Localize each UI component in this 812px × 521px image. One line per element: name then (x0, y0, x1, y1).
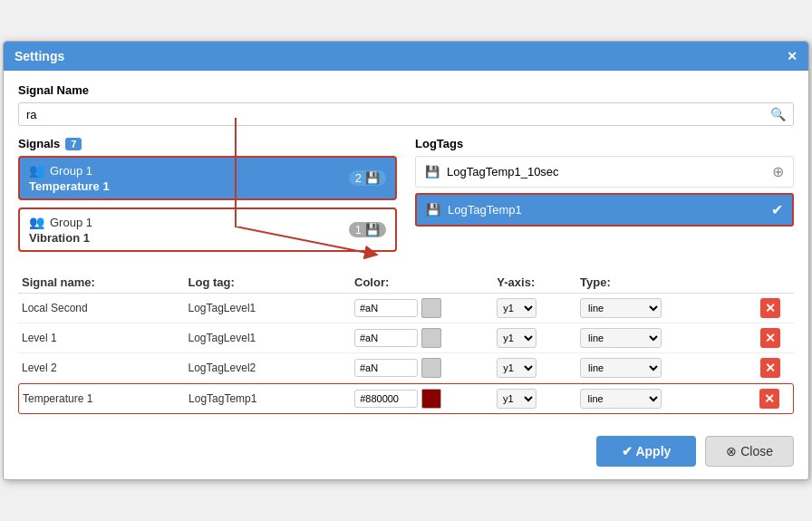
close-icon[interactable]: ✕ (787, 49, 798, 63)
td-type-2: linebarscatter (580, 358, 747, 378)
table-section: Signal name: Log tag: Color: Y-axis: Typ… (18, 272, 794, 414)
table-row-highlighted: Temperature 1 LogTagTemp1 y1y2 linebarsc… (18, 383, 794, 414)
server-icon-2: 💾 (365, 223, 380, 236)
search-row: 🔍 (18, 102, 794, 126)
add-circle-icon: ⊕ (772, 163, 784, 180)
color-swatch-2[interactable] (421, 358, 441, 378)
th-signal: Signal name: (18, 275, 188, 289)
type-select-3[interactable]: linebarscatter (580, 389, 662, 409)
signals-count: 7 (65, 138, 82, 150)
signal-item-left: 👥 Group 1 Temperature 1 (29, 163, 110, 193)
dialog-body: Signal Name 🔍 Signals7 👥 Group 1 (4, 71, 808, 427)
td-color-0 (354, 298, 497, 318)
group-icon-2: 👥 (29, 215, 44, 229)
signal-badge-vibration: 1 💾 (349, 222, 386, 237)
td-color-2 (354, 358, 497, 378)
close-button[interactable]: ⊗ Close (705, 436, 794, 467)
yaxis-select-3[interactable]: y1y2 (497, 389, 536, 409)
td-signal-0: Local Second (18, 302, 188, 314)
td-type-0: linebarscatter (580, 298, 747, 318)
signal-group-1: Group 1 (50, 164, 92, 178)
color-input-3[interactable] (354, 390, 418, 408)
color-swatch-1[interactable] (421, 328, 441, 348)
td-logtag-0: LogTagLevel1 (188, 302, 355, 314)
td-action-2: ✕ (747, 358, 794, 378)
td-yaxis-2: y1y2 (497, 358, 580, 378)
table-row: Level 1 LogTagLevel1 y1y2 linebarscatter (18, 323, 794, 353)
th-action (747, 275, 794, 289)
logtag-name-10sec: LogTagTemp1_10sec (447, 165, 559, 178)
table-header: Signal name: Log tag: Color: Y-axis: Typ… (18, 272, 794, 294)
td-type-1: linebarscatter (580, 328, 747, 348)
td-action-3: ✕ (746, 389, 793, 409)
th-color: Color: (354, 275, 497, 289)
color-swatch-3[interactable] (421, 389, 441, 409)
logtags-label: LogTags (415, 137, 794, 150)
signal-name-temperature: Temperature 1 (29, 179, 110, 193)
search-input[interactable] (26, 108, 770, 121)
dialog-footer: ✔ Apply ⊗ Close (4, 427, 808, 479)
signal-group-2: Group 1 (50, 216, 92, 229)
color-input-0[interactable] (354, 299, 418, 317)
logtag-name-temp1: LogTagTemp1 (448, 203, 522, 217)
signal-item-vibration[interactable]: 👥 Group 1 Vibration 1 1 💾 (18, 207, 397, 252)
td-logtag-3: LogTagTemp1 (188, 392, 354, 405)
type-select-2[interactable]: linebarscatter (580, 358, 662, 378)
settings-dialog: Settings ✕ Signal Name 🔍 Signals7 👥 Grou… (3, 41, 809, 480)
th-logtag: Log tag: (188, 275, 355, 289)
database-icon: 💾 (425, 165, 440, 178)
yaxis-select-2[interactable]: y1y2 (497, 358, 536, 378)
signal-badge-temperature: 2 💾 (349, 170, 386, 186)
signal-name-label: Signal Name (18, 83, 794, 97)
td-yaxis-3: y1y2 (497, 389, 580, 409)
database-icon-2: 💾 (426, 203, 440, 217)
logtag-item-10sec[interactable]: 💾 LogTagTemp1_10sec ⊕ (415, 156, 794, 188)
logtag-item-temp1[interactable]: 💾 LogTagTemp1 ✔ (415, 193, 794, 227)
yaxis-select-1[interactable]: y1y2 (497, 328, 536, 348)
signals-column: Signals7 👥 Group 1 Temperature 1 2 💾 (18, 137, 397, 259)
table-row: Local Second LogTagLevel1 y1y2 linebarsc… (18, 294, 794, 323)
server-icon: 💾 (365, 171, 380, 185)
table-row: Level 2 LogTagLevel2 y1y2 linebarscatter (18, 353, 794, 383)
td-signal-3: Temperature 1 (19, 392, 188, 405)
dialog-header: Settings ✕ (4, 42, 808, 71)
td-type-3: linebarscatter (580, 389, 746, 409)
td-yaxis-1: y1y2 (497, 328, 580, 348)
group-icon: 👥 (29, 163, 44, 178)
signal-item-temperature[interactable]: 👥 Group 1 Temperature 1 2 💾 (18, 156, 397, 200)
remove-button-3[interactable]: ✕ (759, 389, 779, 409)
color-swatch-0[interactable] (421, 298, 441, 318)
check-circle-icon: ✔ (771, 201, 783, 218)
signal-item-left-vibration: 👥 Group 1 Vibration 1 (29, 215, 92, 245)
yaxis-select-0[interactable]: y1y2 (497, 298, 536, 318)
remove-button-1[interactable]: ✕ (760, 328, 780, 348)
apply-button[interactable]: ✔ Apply (596, 436, 696, 467)
two-col-layout: Signals7 👥 Group 1 Temperature 1 2 💾 (18, 137, 794, 259)
td-color-3 (354, 389, 497, 409)
remove-button-2[interactable]: ✕ (760, 358, 780, 378)
td-logtag-1: LogTagLevel1 (188, 332, 355, 344)
td-signal-2: Level 2 (18, 362, 188, 374)
dialog-title: Settings (14, 49, 64, 63)
td-action-0: ✕ (747, 298, 794, 318)
color-input-1[interactable] (354, 329, 418, 347)
td-color-1 (354, 328, 497, 348)
td-logtag-2: LogTagLevel2 (188, 362, 355, 374)
td-yaxis-0: y1y2 (497, 298, 580, 318)
td-action-1: ✕ (747, 328, 794, 348)
search-icon: 🔍 (770, 107, 786, 121)
color-input-2[interactable] (354, 359, 418, 377)
type-select-1[interactable]: linebarscatter (580, 328, 662, 348)
logtags-column: LogTags 💾 LogTagTemp1_10sec ⊕ 💾 LogTagTe… (415, 137, 794, 259)
th-yaxis: Y-axis: (497, 275, 580, 289)
remove-button-0[interactable]: ✕ (760, 298, 780, 318)
signal-name-vibration: Vibration 1 (29, 231, 92, 245)
td-signal-1: Level 1 (18, 332, 188, 344)
type-select-0[interactable]: linebarscatter (580, 298, 662, 318)
signals-label: Signals7 (18, 137, 397, 150)
th-type: Type: (580, 275, 747, 289)
